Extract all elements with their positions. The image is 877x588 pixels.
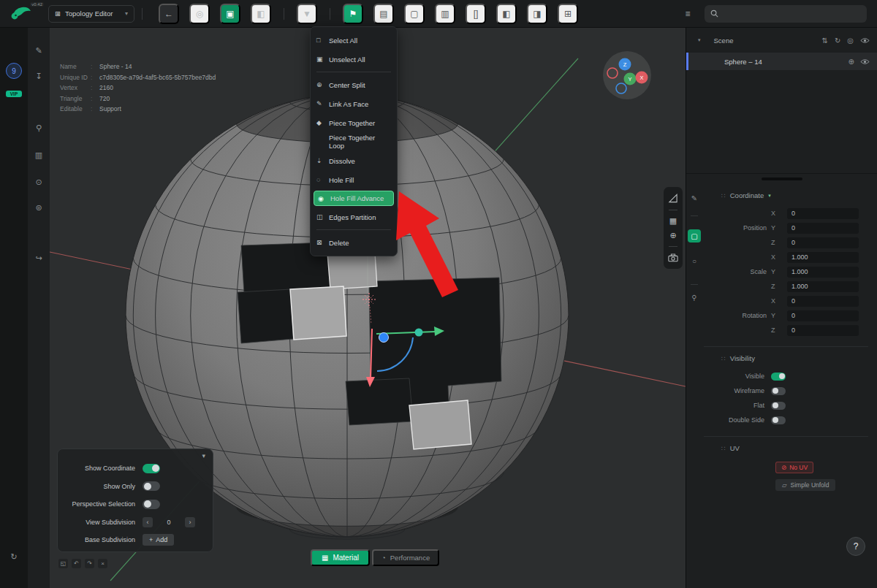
menu-item-edges-partition[interactable]: ◫ Edges Partition bbox=[311, 207, 397, 226]
double-side-toggle[interactable] bbox=[771, 416, 786, 424]
sphere-tab-icon[interactable]: ○ bbox=[692, 257, 696, 265]
chevron-down-icon[interactable]: ▾ bbox=[698, 37, 701, 43]
menu-item-piece-together[interactable]: ◆ Piece Together bbox=[311, 113, 397, 132]
app-logo[interactable]: v0.42 bbox=[10, 4, 35, 23]
export-icon[interactable]: ↪ bbox=[35, 254, 42, 262]
flat-toggle[interactable] bbox=[771, 402, 786, 410]
hole-fill-icon: ◌ bbox=[316, 176, 329, 183]
rotation-y-field[interactable]: 0 bbox=[787, 310, 859, 321]
select-flag-tool-button[interactable]: ⚑ bbox=[343, 4, 363, 24]
menu-item-hole-fill-advance[interactable]: ◉ Hole Fill Advance bbox=[314, 191, 394, 206]
back-button[interactable]: ← bbox=[159, 4, 179, 24]
disabled-tool-brackets-button[interactable]: [] bbox=[466, 4, 486, 24]
disabled-tool-a-button[interactable]: ▤ bbox=[373, 4, 394, 24]
material-icon: ▦ bbox=[322, 554, 328, 562]
scale-x-field[interactable]: 1.000 bbox=[787, 252, 859, 263]
rotation-x-field[interactable]: 0 bbox=[787, 296, 859, 307]
triangle-menu-button[interactable]: ▼ bbox=[297, 4, 317, 24]
rotation-z-field[interactable]: 0 bbox=[787, 325, 859, 336]
position-x-field[interactable]: 0 bbox=[787, 208, 859, 219]
menu-item-unselect-all[interactable]: ▣ Unselect All bbox=[311, 50, 397, 69]
shaded-cube-tool-button[interactable]: ◧ bbox=[251, 4, 271, 24]
orientation-gizmo[interactable]: Z Y X bbox=[601, 49, 653, 102]
unselect-all-icon: ▣ bbox=[316, 56, 329, 63]
properties-tab-rail: ✎ ▢ ○ ⚲ bbox=[686, 184, 702, 491]
wireframe-toggle[interactable] bbox=[771, 387, 786, 395]
frame-icon[interactable]: ◱ bbox=[58, 559, 68, 568]
pose-icon[interactable]: ⊙ bbox=[35, 178, 42, 186]
light-tab-icon[interactable]: ⚲ bbox=[691, 294, 696, 302]
show-only-toggle[interactable] bbox=[143, 481, 160, 491]
refresh-icon[interactable]: ↻ bbox=[835, 37, 840, 45]
material-button[interactable]: ▦ Material bbox=[311, 549, 370, 566]
menu-item-link-as-face[interactable]: ✎ Link As Face bbox=[311, 94, 397, 113]
pen-icon[interactable]: ✎ bbox=[35, 47, 42, 55]
camera-icon[interactable] bbox=[668, 253, 678, 262]
vertex-tool-button[interactable]: ◎ bbox=[189, 4, 210, 24]
scale-z-row: Z 1.000 bbox=[704, 279, 868, 294]
ruler-icon[interactable] bbox=[668, 194, 678, 203]
simple-unfold-button[interactable]: ▱ Simple Unfold bbox=[775, 479, 835, 491]
scene-item-sphere-14[interactable]: Sphere – 14 ⊕ bbox=[686, 53, 877, 70]
download-icon[interactable]: ↧ bbox=[35, 72, 42, 80]
redo-icon[interactable]: ↷ bbox=[85, 559, 94, 568]
cube-tool-button[interactable]: ▣ bbox=[220, 4, 240, 24]
help-button[interactable]: ? bbox=[846, 537, 865, 556]
show-coordinate-toggle[interactable] bbox=[143, 464, 160, 473]
scale-y-field[interactable]: 1.000 bbox=[787, 267, 859, 278]
search-input[interactable] bbox=[723, 9, 861, 18]
menu-item-select-all[interactable]: □ Select All bbox=[311, 31, 397, 50]
info-row: Unique ID : c7d8305e-a79d-4af5-bc65-5b75… bbox=[60, 72, 216, 83]
list-icon[interactable]: ≡ bbox=[678, 4, 697, 23]
search-box[interactable] bbox=[705, 5, 867, 23]
collapse-chevron-icon[interactable]: ▾ bbox=[202, 452, 205, 459]
position-z-field[interactable]: 0 bbox=[787, 237, 859, 248]
stepper-increase-button[interactable]: › bbox=[185, 517, 195, 527]
disabled-export-view-button[interactable]: ⊞ bbox=[558, 4, 578, 24]
add-base-subdivision-button[interactable]: + Add bbox=[143, 534, 174, 546]
no-uv-badge: ⊘ No UV bbox=[775, 462, 813, 473]
disabled-panel-left-button[interactable]: ◧ bbox=[496, 4, 517, 24]
eye-icon[interactable] bbox=[860, 37, 870, 44]
panel-resize-handle[interactable] bbox=[686, 174, 877, 184]
account-rail: 9 VIP ↻ bbox=[0, 28, 28, 588]
disabled-panel-right-button[interactable]: ◨ bbox=[527, 4, 547, 24]
sync-icon[interactable]: ↻ bbox=[0, 552, 28, 562]
focus-target-icon[interactable]: ⊕ bbox=[848, 58, 854, 66]
gizmo-origin-handle[interactable] bbox=[379, 333, 389, 343]
close-icon[interactable]: × bbox=[98, 559, 107, 568]
library-icon[interactable]: ▥ bbox=[35, 151, 42, 159]
lamp-icon[interactable]: ⚲ bbox=[36, 124, 42, 132]
menu-item-delete[interactable]: ⊠ Delete bbox=[311, 233, 397, 252]
divider bbox=[704, 436, 868, 437]
locate-icon[interactable]: ◎ bbox=[847, 37, 854, 45]
menu-item-piece-together-loop[interactable]: Piece Together Loop bbox=[311, 132, 397, 151]
avatar[interactable]: 9 bbox=[6, 63, 22, 79]
tool-rail: ✎ ↧ ⚲ ▥ ⊙ ⊚ ↪ bbox=[28, 28, 50, 588]
menu-item-dissolve[interactable]: ⇣ Dissolve bbox=[311, 151, 397, 170]
focus-target-icon[interactable]: ⊕ bbox=[669, 232, 676, 240]
collapse-all-icon[interactable]: ⇅ bbox=[821, 37, 827, 45]
coordinate-section-header[interactable]: ∷ Coordinate ▾ bbox=[704, 191, 868, 199]
uv-section-header[interactable]: ∷ UV bbox=[704, 444, 868, 452]
visibility-section-header[interactable]: ∷ Visibility bbox=[704, 354, 868, 362]
disabled-tool-c-button[interactable]: ▥ bbox=[435, 4, 455, 24]
performance-button[interactable]: ◔ Performance bbox=[372, 549, 439, 566]
gizmo-axis-handle[interactable] bbox=[415, 329, 423, 337]
menu-item-hole-fill[interactable]: ◌ Hole Fill bbox=[311, 170, 397, 189]
mode-select[interactable]: ⊞ Topology Editor ▾ bbox=[48, 5, 134, 23]
object-tab-icon-active[interactable]: ▢ bbox=[688, 229, 701, 243]
disabled-tool-b-button[interactable]: ▢ bbox=[404, 4, 425, 24]
stepper-decrease-button[interactable]: ‹ bbox=[143, 517, 153, 527]
menu-item-center-split[interactable]: ⊕ Center Split bbox=[311, 75, 397, 94]
undo-icon[interactable]: ↶ bbox=[72, 559, 81, 568]
visible-toggle[interactable] bbox=[771, 373, 786, 381]
grid-snap-icon[interactable]: ▦ bbox=[669, 217, 677, 225]
topology-context-menu: □ Select All ▣ Unselect All ⊕ Center Spl… bbox=[310, 26, 398, 256]
scale-z-field[interactable]: 1.000 bbox=[787, 281, 859, 292]
eye-icon[interactable] bbox=[860, 58, 870, 65]
brush-tab-icon[interactable]: ✎ bbox=[691, 194, 697, 202]
people-icon[interactable]: ⊚ bbox=[35, 204, 42, 212]
position-y-field[interactable]: 0 bbox=[787, 223, 859, 234]
perspective-selection-toggle[interactable] bbox=[143, 500, 160, 509]
